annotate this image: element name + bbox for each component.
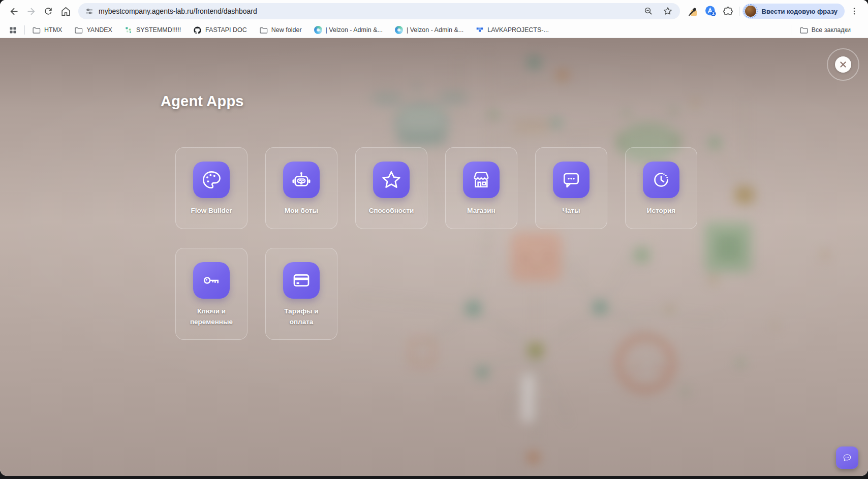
- chat-icon: [553, 162, 590, 198]
- reload-icon: [43, 6, 53, 16]
- app-tile-my-bots[interactable]: Мои боты: [265, 147, 337, 229]
- chat-bubble-icon: [842, 453, 852, 463]
- bookmarks-bar: HTMX YANDEX SYSTEMMD!!!!! FASTAPI DOC Ne…: [0, 22, 868, 38]
- bookmark-label: FASTAPI DOC: [205, 26, 247, 34]
- bookmark-label: | Velzon - Admin &...: [407, 26, 463, 34]
- shop-icon: [463, 162, 500, 198]
- app-tile-label: Ключи и переменные: [184, 306, 238, 328]
- key-icon: [193, 262, 230, 299]
- folder-icon: [32, 26, 41, 35]
- color-picker-extension-icon[interactable]: [686, 5, 699, 18]
- app-tile-label: Мои боты: [285, 206, 318, 216]
- bookmark-new-folder[interactable]: New folder: [259, 26, 302, 35]
- bookmark-lavkaprojects[interactable]: LAVKAPROJECTS-...: [476, 26, 549, 34]
- all-bookmarks-button[interactable]: Все закладки: [799, 26, 851, 35]
- app-tile-tariffs-payment[interactable]: Тарифы и оплата: [265, 248, 337, 340]
- bookmark-velzon-1[interactable]: | Velzon - Admin &...: [314, 26, 383, 34]
- kebab-menu-icon: [850, 7, 859, 16]
- folder-icon: [259, 26, 268, 35]
- back-button[interactable]: [5, 3, 22, 20]
- app-tile-shop[interactable]: Магазин: [445, 147, 517, 229]
- bookmarks-separator: [24, 25, 25, 35]
- history-clock-icon: [643, 162, 679, 198]
- app-tile-history[interactable]: История: [625, 147, 697, 229]
- page-viewport: Agent Apps Flow Builder Мои боты: [0, 38, 868, 476]
- app-tile-flow-builder[interactable]: Flow Builder: [175, 147, 247, 229]
- forward-button[interactable]: [22, 3, 40, 20]
- url-text: mybestcompany.agents-lab.ru/frontend/das…: [99, 7, 643, 15]
- bookmark-label: LAVKAPROJECTS-...: [487, 26, 549, 34]
- palette-icon: [193, 162, 230, 198]
- star-icon: [373, 162, 410, 198]
- app-tile-label: Магазин: [467, 206, 495, 216]
- bookmark-label: | Velzon - Admin &...: [326, 26, 383, 34]
- extensions-area: [686, 5, 734, 18]
- app-tile-chats[interactable]: Чаты: [535, 147, 607, 229]
- browser-toolbar: mybestcompany.agents-lab.ru/frontend/das…: [0, 0, 868, 22]
- forward-arrow-icon: [26, 6, 37, 17]
- address-bar[interactable]: mybestcompany.agents-lab.ru/frontend/das…: [78, 3, 680, 19]
- bookmark-yandex[interactable]: YANDEX: [74, 26, 112, 35]
- app-tile-label: История: [647, 206, 675, 216]
- profile-chip[interactable]: Ввести кодовую фразу: [742, 4, 845, 19]
- bookmark-label: New folder: [271, 26, 302, 34]
- screen: mybestcompany.agents-lab.ru/frontend/das…: [0, 0, 868, 479]
- bookmark-systemmd[interactable]: SYSTEMMD!!!!!: [125, 26, 181, 34]
- support-chat-fab[interactable]: [836, 446, 858, 469]
- zoom-icon[interactable]: [643, 6, 654, 16]
- velzon-swirl-icon: [395, 26, 403, 34]
- apps-grid-icon: [9, 26, 17, 35]
- github-icon: [193, 26, 202, 35]
- site-controls-icon: [84, 7, 94, 16]
- velzon-swirl-icon: [314, 26, 322, 34]
- pixel-scatter-icon: [125, 26, 133, 34]
- toolbar-separator: [739, 7, 739, 16]
- back-arrow-icon: [9, 6, 19, 17]
- folder-icon: [74, 26, 83, 35]
- bookmark-star-icon[interactable]: [663, 6, 673, 16]
- bookmark-fastapi-doc[interactable]: FASTAPI DOC: [193, 26, 247, 35]
- avatar-sync-ring: [743, 4, 758, 18]
- reload-button[interactable]: [40, 3, 57, 20]
- app-tile-label: Flow Builder: [191, 206, 232, 216]
- extensions-puzzle-icon[interactable]: [722, 5, 734, 17]
- folder-icon: [799, 26, 808, 35]
- app-tile-label: Способности: [369, 206, 414, 216]
- bookmark-label: SYSTEMMD!!!!!: [136, 26, 181, 34]
- robot-icon: [283, 162, 320, 198]
- bookmark-label: HTMX: [44, 26, 62, 34]
- browser-window: mybestcompany.agents-lab.ru/frontend/das…: [0, 0, 868, 476]
- home-icon: [60, 6, 71, 17]
- app-tile-abilities[interactable]: Способности: [355, 147, 427, 229]
- app-tile-label: Чаты: [562, 206, 580, 216]
- bookmark-velzon-2[interactable]: | Velzon - Admin &...: [395, 26, 463, 34]
- tetris-t-icon: [476, 26, 484, 34]
- all-bookmarks-separator: [791, 25, 791, 35]
- bookmark-htmx[interactable]: HTMX: [32, 26, 62, 35]
- apps-grid-button[interactable]: [6, 23, 19, 37]
- close-icon: [835, 56, 851, 73]
- bookmark-label: YANDEX: [86, 26, 112, 34]
- all-bookmarks-label: Все закладки: [812, 26, 851, 34]
- app-tile-label: Тарифы и оплата: [274, 306, 328, 328]
- avatar: [745, 6, 756, 17]
- app-tile-keys-variables[interactable]: Ключи и переменные: [175, 248, 247, 340]
- home-button[interactable]: [57, 3, 74, 20]
- credit-card-icon: [283, 262, 320, 299]
- translate-extension-icon[interactable]: [704, 5, 717, 18]
- close-overlay-button[interactable]: [827, 48, 859, 81]
- menu-button[interactable]: [846, 3, 863, 20]
- profile-label: Ввести кодовую фразу: [762, 8, 838, 15]
- page-title: Agent Apps: [161, 93, 244, 110]
